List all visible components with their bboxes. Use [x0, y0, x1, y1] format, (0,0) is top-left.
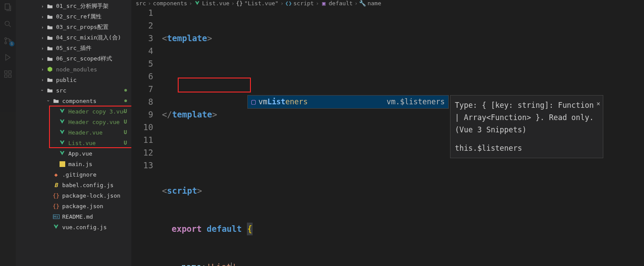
- modified-dot-icon: [124, 89, 127, 92]
- tok: template: [167, 32, 207, 45]
- tree-label: 01_src_分析脚手架: [56, 2, 127, 10]
- tree-folder[interactable]: ›01_src_分析脚手架: [16, 1, 131, 11]
- tree-file[interactable]: App.vue: [16, 148, 131, 159]
- git-status-u: U: [124, 119, 127, 125]
- breadcrumb-item[interactable]: components: [153, 0, 187, 7]
- tree-folder[interactable]: ›04_src_mixin混入(合): [16, 32, 131, 43]
- tree-label: main.js: [68, 161, 127, 167]
- close-icon[interactable]: ✕: [597, 97, 600, 110]
- tree-file[interactable]: {} package.json: [16, 201, 131, 211]
- line-number: 8: [131, 96, 153, 108]
- breadcrumb-label: "List.vue": [244, 0, 278, 7]
- code-editor[interactable]: 12345678910111213 <template> </template>…: [131, 7, 644, 266]
- tree-file[interactable]: {} package-lock.json: [16, 190, 131, 201]
- tree-label: List.vue: [68, 140, 124, 146]
- line-number: 3: [131, 32, 153, 45]
- svg-rect-7: [5, 75, 7, 78]
- tok: <: [162, 32, 167, 45]
- tok: List: [211, 261, 232, 266]
- suggestion-rest: eners: [285, 97, 308, 106]
- tree-label: vue.config.js: [62, 224, 127, 231]
- tok: {: [247, 223, 253, 235]
- vue-icon: [194, 0, 200, 7]
- tree-file[interactable]: Header.vueU: [16, 127, 131, 138]
- svg-rect-5: [5, 71, 7, 74]
- breadcrumb-label: default: [329, 0, 353, 7]
- tree-label: App.vue: [68, 150, 127, 157]
- tree-file[interactable]: vue.config.js: [16, 222, 131, 232]
- tree-label: .gitignore: [62, 171, 127, 178]
- js-icon: [59, 160, 66, 167]
- folder-icon: [46, 76, 53, 83]
- tree-folder[interactable]: ›02_src_ref属性: [16, 11, 131, 22]
- vue-icon: [59, 108, 66, 115]
- key-icon: 🔧: [359, 0, 366, 7]
- breadcrumb-item[interactable]: src: [136, 0, 146, 7]
- chevron-right-icon: ›: [40, 14, 45, 19]
- tree-file[interactable]: List.vueU: [16, 138, 131, 148]
- search-icon[interactable]: [3, 19, 13, 29]
- debug-icon[interactable]: [3, 53, 13, 62]
- extensions-icon[interactable]: [3, 69, 13, 79]
- tok: ': [206, 261, 211, 266]
- chevron-right-icon: ›: [40, 35, 45, 40]
- tok: default: [207, 223, 242, 235]
- intellisense-popup[interactable]: ▢ vmListeners vm.$listeners: [247, 95, 449, 109]
- chevron-right-icon: ›: [40, 78, 45, 82]
- svg-point-1: [5, 21, 9, 25]
- tok: script: [167, 184, 197, 197]
- folder-icon: [46, 13, 53, 20]
- breadcrumb-label: List.vue: [202, 0, 229, 7]
- tree-folder-components[interactable]: › components: [16, 96, 131, 106]
- svg-rect-9: [60, 161, 65, 167]
- line-number: 13: [131, 159, 153, 172]
- breadcrumb[interactable]: src›components›List.vue›{}"List.vue"›❮❯s…: [131, 0, 644, 7]
- files-icon[interactable]: [3, 3, 13, 12]
- tree-file[interactable]: B babel.config.js: [16, 180, 131, 190]
- chevron-right-icon: ›: [189, 0, 193, 7]
- tok: export: [172, 223, 202, 235]
- tree-folder[interactable]: ›05_src_插件: [16, 43, 131, 53]
- tree-label: 02_src_ref属性: [56, 13, 127, 21]
- tree-folder-src[interactable]: › src: [16, 85, 131, 96]
- module-icon: ▣: [321, 0, 327, 7]
- vue-icon: [59, 118, 66, 125]
- tree-label: 04_src_mixin混入(合): [56, 34, 127, 42]
- tree-folder[interactable]: ›03_src_props配置: [16, 22, 131, 32]
- tree-file[interactable]: ◆ .gitignore: [16, 169, 131, 180]
- folder-icon: [46, 45, 53, 52]
- breadcrumb-item[interactable]: ▣default: [321, 0, 353, 7]
- explorer-sidebar: ›01_src_分析脚手架›02_src_ref属性›03_src_props配…: [16, 0, 131, 266]
- breadcrumb-item[interactable]: List.vue: [194, 0, 229, 7]
- editor-pane: src›components›List.vue›{}"List.vue"›❮❯s…: [131, 0, 644, 266]
- tree-file[interactable]: README.md: [16, 211, 131, 222]
- breadcrumb-item[interactable]: ❮❯script: [285, 0, 314, 7]
- tree-file[interactable]: Header copy.vueU: [16, 117, 131, 127]
- chevron-right-icon: ›: [280, 0, 284, 7]
- tree-file[interactable]: Header copy 3.vueU: [16, 106, 131, 117]
- tree-folder-node-modules[interactable]: › node_modules: [16, 64, 131, 74]
- tree-folder-public[interactable]: › public: [16, 74, 131, 85]
- activity-bar: 6: [0, 0, 16, 266]
- tree-label: 05_src_插件: [56, 44, 127, 52]
- vue-icon: [59, 129, 66, 136]
- tok: :: [201, 261, 206, 266]
- breadcrumb-item[interactable]: 🔧name: [359, 0, 381, 7]
- json-icon: {}: [53, 202, 60, 209]
- chevron-right-icon: ›: [40, 67, 45, 71]
- tree-folder[interactable]: ›06_src_scoped样式: [16, 53, 131, 64]
- suggestion-prefix: vm: [258, 97, 267, 106]
- breadcrumb-label: script: [293, 0, 314, 7]
- chevron-right-icon: ›: [316, 0, 319, 7]
- tree-file[interactable]: main.js: [16, 159, 131, 169]
- tok: </: [162, 108, 172, 121]
- suggestion-icon: ▢: [251, 96, 256, 108]
- folder-icon: [46, 3, 53, 10]
- vue-icon: [59, 150, 66, 157]
- scm-icon[interactable]: 6: [3, 36, 13, 46]
- tree-label: 03_src_props配置: [56, 23, 127, 31]
- git-status-u: U: [124, 108, 127, 114]
- chevron-right-icon: ›: [40, 25, 45, 29]
- breadcrumb-item[interactable]: {}"List.vue": [236, 0, 278, 7]
- suggestion-match: List: [267, 97, 285, 106]
